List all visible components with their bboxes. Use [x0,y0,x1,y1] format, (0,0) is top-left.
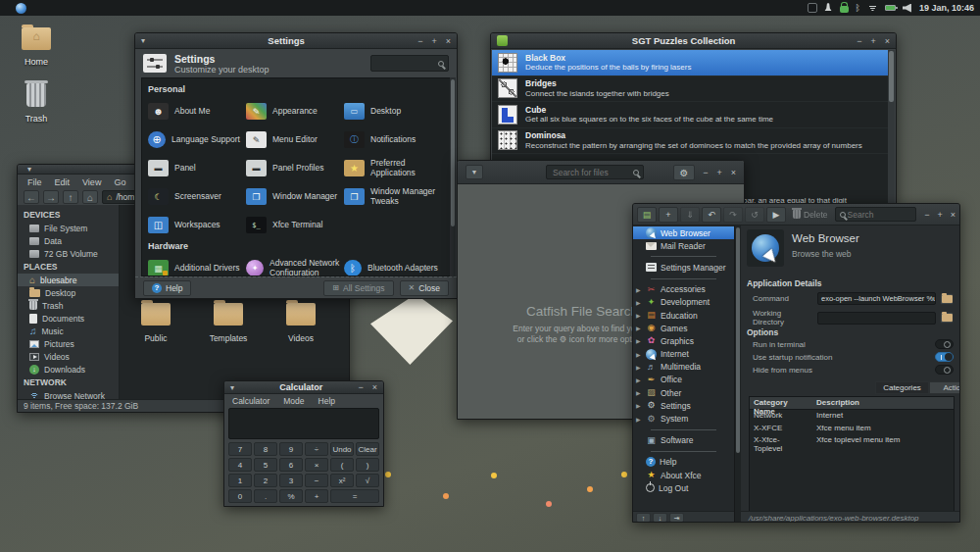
key-square[interactable]: x² [330,474,354,487]
catfish-headerbar[interactable]: ▼ ⚙ − + × [458,161,744,184]
sidebar-item-videos[interactable]: Videos [18,350,119,363]
bluetooth-icon[interactable]: ᛒ [856,3,860,13]
minimize-button[interactable]: − [417,34,422,48]
close-button[interactable]: × [951,208,956,222]
maximize-button[interactable]: + [870,34,875,48]
menu-item-mail-reader[interactable]: Mail Reader [633,239,734,252]
minimize-button[interactable]: − [358,380,363,394]
menu-item-education[interactable]: ▶▤Education [633,309,734,322]
battery-icon[interactable] [885,5,896,11]
settings-item-about-me[interactable]: About Me [148,97,246,125]
menu-mode[interactable]: Mode [283,396,304,405]
key-2[interactable]: 2 [254,474,277,487]
app-launcher-icon[interactable] [16,3,26,14]
key-4[interactable]: 4 [228,458,252,472]
menu-item-games[interactable]: ▶◉Games [633,322,734,334]
sidebar-item-file-system[interactable]: File System [18,222,119,234]
key-clear[interactable]: Clear [356,442,379,456]
settings-item-xfce-terminal[interactable]: Xfce Terminal [246,211,344,239]
menu-item-accessories[interactable]: ▶✂Accessories [633,283,734,296]
minimize-button[interactable]: − [924,208,929,222]
key-1[interactable]: 1 [228,474,252,487]
menu-edit[interactable]: Edit [55,177,71,185]
menu-file[interactable]: File [27,177,42,185]
menu-item-graphics[interactable]: ▶✿Graphics [633,334,734,347]
key-6[interactable]: 6 [279,458,303,472]
sort-button[interactable]: ⇥ [669,513,684,523]
menu-item-web-browser[interactable]: Web Browser [633,226,734,239]
terminal-tray-icon[interactable] [808,3,817,13]
menulibre-search-input[interactable] [846,209,912,221]
maximize-button[interactable]: + [716,166,721,179]
key-divide[interactable]: ÷ [305,442,328,456]
tab-actions[interactable]: Actions [929,381,960,394]
sidebar-item-bluesabre[interactable]: ⌂bluesabre [18,274,119,286]
file-public[interactable]: Public [122,303,190,343]
puzzle-row-black-box[interactable]: Black BoxDeduce the positions of the bal… [492,50,888,76]
puzzle-row-dominosa[interactable]: DominosaReconstruct the pattern by arran… [492,128,888,155]
launcher-name[interactable]: Web Browser [792,232,859,244]
table-row[interactable]: X-Xfce-Toplevel Xfce toplevel menu item [750,434,954,447]
close-button[interactable]: × [885,34,890,48]
key-0[interactable]: 0 [228,489,252,503]
key-9[interactable]: 9 [279,442,303,456]
close-button[interactable]: × [731,166,736,179]
maximize-button[interactable]: + [431,34,436,48]
browse-command-button[interactable] [940,293,954,305]
settings-item-advanced-network-configuration[interactable]: Advanced Network Configuration [246,254,344,276]
settings-titlebar[interactable]: ▾ Settings − + × [135,33,457,49]
redo-icon[interactable]: ↷ [723,207,743,223]
back-button[interactable]: ← [24,190,39,204]
settings-search-input[interactable] [375,58,438,70]
forward-button[interactable]: → [43,190,59,204]
settings-item-bluetooth-adapters[interactable]: Bluetooth Adapters [344,254,442,276]
sidebar-item-downloads[interactable]: Downloads [18,363,119,376]
settings-item-appearance[interactable]: Appearance [246,97,344,125]
file-videos[interactable]: Videos [267,303,335,343]
settings-item-desktop[interactable]: Desktop [344,97,442,125]
menu-item-internet[interactable]: ▶Internet [633,348,734,361]
column-description[interactable]: Description [812,397,863,409]
maximize-button[interactable]: + [937,208,942,222]
all-settings-button[interactable]: ⊞ All Settings [323,280,393,296]
settings-item-screensaver[interactable]: Screensaver [148,182,246,211]
menulibre-app-icon[interactable]: ▤ [637,207,657,223]
tab-categories[interactable]: Categories [875,381,929,394]
dropdown-button[interactable]: ▼ [466,165,483,179]
sidebar-item-pictures[interactable]: Pictures [18,337,119,350]
key-8[interactable]: 8 [254,442,277,456]
puzzle-row-bridges[interactable]: BridgesConnect the islands together with… [492,76,888,103]
clock[interactable]: 19 Jan, 10:46 [919,3,974,13]
security-lock-icon[interactable] [840,6,849,13]
key-percent[interactable]: % [279,489,303,503]
table-row[interactable]: Network Internet [750,410,954,423]
settings-item-preferred-applications[interactable]: Preferred Applications [344,154,442,182]
menu-item-about-xfce[interactable]: ★About Xfce [633,469,734,481]
key-add[interactable]: + [305,489,328,503]
minimize-button[interactable]: − [857,34,861,48]
run-in-terminal-toggle[interactable] [935,339,954,349]
key-subtract[interactable]: − [305,474,328,487]
settings-item-window-manager-tweaks[interactable]: Window Manager Tweaks [344,182,442,211]
key-decimal[interactable]: . [254,489,277,503]
column-category-name[interactable]: Category Name [750,397,812,409]
menulibre-search[interactable] [835,207,917,222]
menu-item-development[interactable]: ▶✦Development [633,296,734,309]
volume-icon[interactable] [903,4,911,13]
table-row[interactable]: X-XFCE Xfce menu item [750,423,954,435]
settings-item-panel[interactable]: Panel [148,154,246,182]
launcher-icon-button[interactable] [747,229,784,267]
gear-button[interactable]: ⚙ [673,165,695,180]
add-button[interactable]: + [659,207,678,223]
home-button[interactable]: ⌂ [82,190,98,204]
menu-calculator[interactable]: Calculator [232,396,270,405]
use-startup-notification-toggle[interactable] [935,352,954,362]
menu-go[interactable]: Go [114,177,125,185]
execute-button[interactable]: ▶ [766,207,786,223]
key-multiply[interactable]: × [305,458,328,472]
puzzle-row-cube[interactable]: CubeGet all six blue squares on to the s… [492,102,888,128]
file-templates[interactable]: Templates [194,303,263,343]
key-open-paren[interactable]: ( [330,458,354,472]
browse-directory-button[interactable] [940,312,954,324]
wifi-icon[interactable] [867,4,878,12]
